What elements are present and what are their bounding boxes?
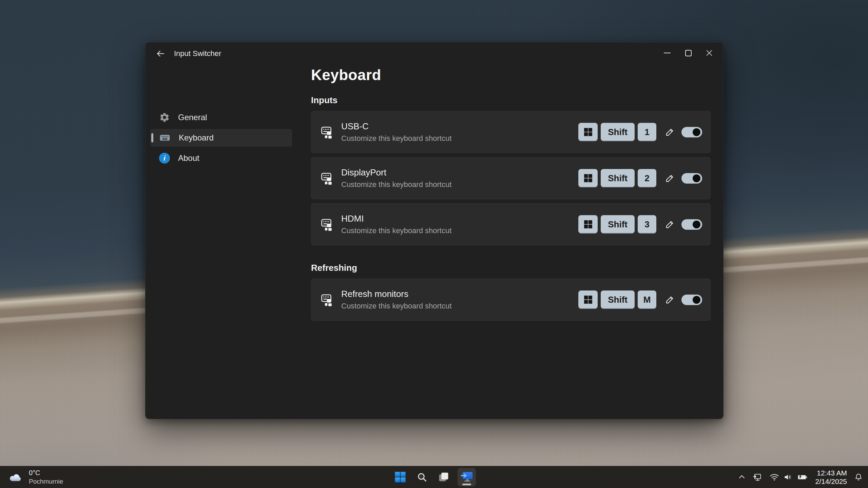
row-actions: Shift M bbox=[575, 290, 702, 309]
sidebar-item-about[interactable]: i About bbox=[150, 149, 292, 167]
win-key-chip bbox=[578, 123, 598, 141]
monitor-arrow-outline-icon bbox=[753, 472, 762, 482]
key-chip: 3 bbox=[638, 215, 656, 233]
sidebar: General Keyboard i About bbox=[150, 109, 292, 170]
clock-time: 12:43 AM bbox=[815, 469, 847, 477]
key-chip: 1 bbox=[638, 123, 656, 141]
chevron-up-icon bbox=[738, 473, 746, 481]
row-subtitle: Customize this keyboard shortcut bbox=[341, 134, 451, 143]
row-title: HDMI bbox=[341, 213, 451, 224]
shift-key-chip: Shift bbox=[601, 290, 635, 309]
shortcut-toggle[interactable] bbox=[681, 127, 702, 137]
windows-logo-icon bbox=[584, 174, 593, 183]
clock[interactable]: 12:43 AM 2/14/2025 bbox=[813, 469, 850, 486]
toggle-knob bbox=[693, 221, 700, 228]
system-tray: 12:43 AM 2/14/2025 bbox=[735, 466, 865, 488]
row-text: DisplayPort Customize this keyboard shor… bbox=[341, 167, 451, 189]
keyboard-icon bbox=[159, 132, 171, 144]
edit-shortcut-button[interactable] bbox=[662, 292, 677, 307]
section-title-refreshing: Refreshing bbox=[311, 263, 711, 273]
keyboard-shortcut-icon bbox=[320, 293, 334, 307]
keyboard-shortcut-icon bbox=[320, 171, 334, 185]
volume-icon bbox=[784, 473, 793, 481]
notification-bell-button[interactable] bbox=[852, 469, 865, 485]
keyboard-shortcut-icon bbox=[320, 125, 334, 139]
gear-icon bbox=[159, 112, 170, 123]
task-view-button[interactable] bbox=[436, 469, 451, 485]
windows-logo-icon bbox=[584, 295, 593, 304]
shift-key-chip: Shift bbox=[601, 215, 635, 233]
section-title-inputs: Inputs bbox=[311, 95, 711, 106]
row-title: USB-C bbox=[341, 121, 451, 132]
settings-content: Keyboard Inputs USB-C Customize this key… bbox=[311, 67, 711, 325]
start-button[interactable] bbox=[392, 469, 408, 485]
bell-icon bbox=[854, 473, 863, 482]
windows-start-icon bbox=[394, 471, 406, 483]
weather-condition: Pochmurnie bbox=[29, 478, 63, 485]
maximize-icon bbox=[685, 50, 692, 56]
win-key-chip bbox=[578, 169, 598, 187]
row-subtitle: Customize this keyboard shortcut bbox=[341, 180, 451, 189]
tray-input-switcher-icon[interactable] bbox=[750, 469, 765, 485]
key-chip: M bbox=[638, 290, 656, 309]
search-button[interactable] bbox=[414, 469, 430, 485]
close-button[interactable] bbox=[699, 44, 720, 62]
shortcut-row-displayport: DisplayPort Customize this keyboard shor… bbox=[311, 157, 711, 199]
row-text: Refresh monitors Customize this keyboard… bbox=[341, 289, 451, 311]
weather-widget[interactable]: 0°C Pochmurnie bbox=[5, 466, 66, 488]
search-icon bbox=[417, 472, 427, 483]
desktop-wallpaper: Input Switcher General Keyboard i About bbox=[0, 0, 868, 488]
battery-charging-icon bbox=[797, 473, 808, 481]
tray-chevron-up[interactable] bbox=[735, 469, 748, 485]
key-chip: 2 bbox=[638, 169, 656, 187]
taskbar-center bbox=[392, 466, 476, 488]
weather-temperature: 0°C bbox=[29, 469, 63, 477]
row-text: HDMI Customize this keyboard shortcut bbox=[341, 213, 451, 235]
row-actions: Shift 2 bbox=[575, 169, 702, 187]
app-window: Input Switcher General Keyboard i About bbox=[145, 42, 724, 419]
taskbar-app-input-switcher[interactable] bbox=[458, 468, 476, 486]
windows-logo-icon bbox=[584, 128, 593, 136]
arrow-left-icon bbox=[155, 49, 166, 59]
shortcut-toggle[interactable] bbox=[681, 295, 702, 305]
keyboard-shortcut-icon bbox=[320, 217, 334, 231]
edit-shortcut-button[interactable] bbox=[662, 217, 677, 232]
cloud-icon bbox=[8, 472, 24, 483]
shift-key-chip: Shift bbox=[601, 123, 635, 141]
back-button[interactable] bbox=[153, 47, 168, 60]
task-view-icon bbox=[438, 471, 449, 483]
sidebar-item-label: General bbox=[178, 113, 207, 122]
minimize-button[interactable] bbox=[657, 44, 678, 62]
window-controls bbox=[657, 44, 720, 62]
shortcut-row-refresh-monitors: Refresh monitors Customize this keyboard… bbox=[311, 279, 711, 321]
maximize-button[interactable] bbox=[678, 44, 699, 62]
minimize-icon bbox=[664, 53, 671, 53]
toggle-knob bbox=[693, 128, 700, 136]
edit-shortcut-button[interactable] bbox=[662, 125, 677, 139]
edit-shortcut-button[interactable] bbox=[662, 171, 677, 186]
sidebar-item-keyboard[interactable]: Keyboard bbox=[150, 129, 292, 147]
toggle-knob bbox=[693, 296, 700, 304]
page-title: Keyboard bbox=[311, 67, 711, 83]
toggle-knob bbox=[693, 174, 700, 182]
row-text: USB-C Customize this keyboard shortcut bbox=[341, 121, 451, 143]
status-cluster[interactable] bbox=[767, 473, 811, 481]
pencil-icon bbox=[665, 219, 675, 229]
active-app-indicator bbox=[462, 484, 471, 485]
shift-key-chip: Shift bbox=[601, 169, 635, 187]
row-actions: Shift 1 bbox=[575, 123, 702, 141]
weather-text: 0°C Pochmurnie bbox=[29, 469, 63, 485]
shortcut-row-usbc: USB-C Customize this keyboard shortcut S… bbox=[311, 111, 711, 153]
sidebar-item-label: About bbox=[178, 153, 199, 163]
row-subtitle: Customize this keyboard shortcut bbox=[341, 226, 451, 235]
row-subtitle: Customize this keyboard shortcut bbox=[341, 302, 451, 311]
sidebar-item-label: Keyboard bbox=[179, 133, 214, 143]
wifi-icon bbox=[770, 473, 779, 481]
info-icon: i bbox=[159, 153, 170, 164]
pencil-icon bbox=[665, 127, 675, 137]
shortcut-toggle[interactable] bbox=[681, 173, 702, 184]
win-key-chip bbox=[578, 215, 598, 233]
clock-date: 2/14/2025 bbox=[815, 477, 847, 486]
sidebar-item-general[interactable]: General bbox=[150, 109, 292, 126]
shortcut-toggle[interactable] bbox=[681, 219, 702, 230]
